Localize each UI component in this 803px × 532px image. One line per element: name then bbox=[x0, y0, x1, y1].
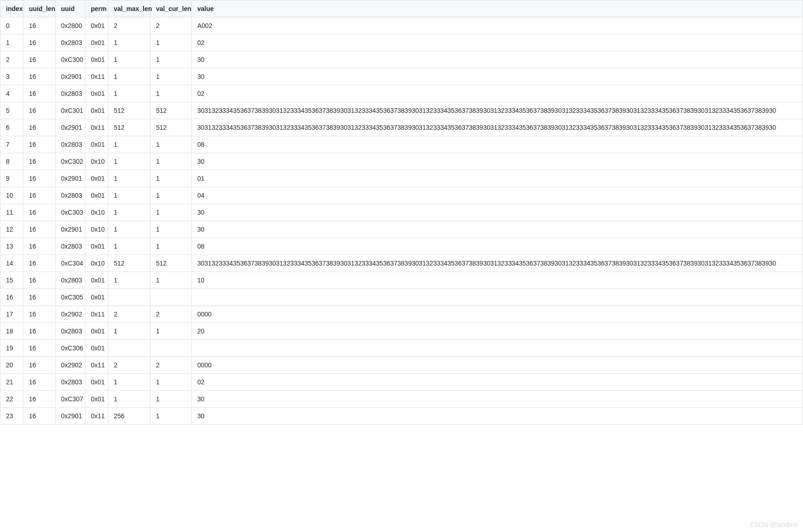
cell-val_max_len: 2 bbox=[108, 357, 151, 374]
cell-perm: 0x01 bbox=[85, 136, 108, 153]
column-header-perm[interactable]: perm bbox=[85, 0, 108, 17]
table-row[interactable]: 14160xC3040x1051251230313233343536373839… bbox=[0, 255, 803, 272]
cell-uuid: 0x2901 bbox=[56, 170, 85, 187]
cell-val_cur_len: 2 bbox=[151, 306, 192, 323]
table-container: indexuuid_lenuuidpermval_max_lenval_cur_… bbox=[0, 0, 803, 425]
cell-val_max_len bbox=[108, 340, 151, 357]
cell-value: 02 bbox=[192, 34, 803, 51]
cell-uuid_len: 16 bbox=[23, 221, 56, 238]
cell-val_max_len: 1 bbox=[108, 391, 151, 408]
cell-value: 30 bbox=[192, 68, 803, 85]
table-row[interactable]: 20160x29020x11220000 bbox=[0, 357, 803, 374]
cell-val_max_len: 1 bbox=[108, 272, 151, 289]
column-header-uuid[interactable]: uuid bbox=[56, 0, 85, 17]
cell-value: 30 bbox=[192, 51, 803, 68]
table-row[interactable]: 17160x29020x11220000 bbox=[0, 306, 803, 323]
cell-index: 8 bbox=[0, 153, 23, 170]
cell-index: 17 bbox=[0, 306, 23, 323]
cell-value: 30 bbox=[192, 204, 803, 221]
cell-val_cur_len bbox=[151, 340, 192, 357]
table-row[interactable]: 21160x28030x011102 bbox=[0, 374, 803, 391]
cell-uuid_len: 16 bbox=[23, 102, 56, 119]
table-row[interactable]: 5160xC3010x01512512303132333435363738393… bbox=[0, 102, 803, 119]
table-row[interactable]: 2160xC3000x011130 bbox=[0, 51, 803, 68]
cell-uuid: 0x2803 bbox=[56, 85, 85, 102]
table-row[interactable]: 12160x29010x101130 bbox=[0, 221, 803, 238]
cell-perm: 0x01 bbox=[85, 272, 108, 289]
cell-val_cur_len: 1 bbox=[151, 221, 192, 238]
cell-uuid: 0x2901 bbox=[56, 68, 85, 85]
table-row[interactable]: 8160xC3020x101130 bbox=[0, 153, 803, 170]
cell-index: 16 bbox=[0, 289, 23, 306]
table-row[interactable]: 7160x28030x011108 bbox=[0, 136, 803, 153]
cell-val_max_len: 1 bbox=[108, 136, 151, 153]
cell-value: A002 bbox=[192, 17, 803, 34]
cell-uuid: 0x2803 bbox=[56, 136, 85, 153]
table-row[interactable]: 10160x28030x011104 bbox=[0, 187, 803, 204]
cell-index: 2 bbox=[0, 51, 23, 68]
table-body: 0160x28000x0122A0021160x28030x0111022160… bbox=[0, 17, 803, 425]
table-row[interactable]: 11160xC3030x101130 bbox=[0, 204, 803, 221]
header-row: indexuuid_lenuuidpermval_max_lenval_cur_… bbox=[0, 0, 803, 17]
cell-value bbox=[192, 340, 803, 357]
cell-uuid: 0xC307 bbox=[56, 391, 85, 408]
column-header-value[interactable]: value bbox=[192, 0, 803, 17]
table-row[interactable]: 9160x29010x011101 bbox=[0, 170, 803, 187]
cell-uuid: 0xC303 bbox=[56, 204, 85, 221]
table-row[interactable]: 13160x28030x011108 bbox=[0, 238, 803, 255]
cell-val_max_len: 1 bbox=[108, 238, 151, 255]
cell-val_max_len: 2 bbox=[108, 17, 151, 34]
cell-value: 04 bbox=[192, 187, 803, 204]
cell-perm: 0x01 bbox=[85, 51, 108, 68]
cell-uuid: 0x2901 bbox=[56, 221, 85, 238]
cell-val_cur_len: 1 bbox=[151, 391, 192, 408]
cell-val_cur_len: 512 bbox=[151, 255, 192, 272]
cell-uuid: 0x2803 bbox=[56, 187, 85, 204]
cell-val_max_len bbox=[108, 289, 151, 306]
cell-value: 30 bbox=[192, 221, 803, 238]
cell-perm: 0x01 bbox=[85, 85, 108, 102]
cell-val_max_len: 1 bbox=[108, 170, 151, 187]
cell-index: 3 bbox=[0, 68, 23, 85]
cell-uuid: 0x2803 bbox=[56, 323, 85, 340]
cell-uuid_len: 16 bbox=[23, 170, 56, 187]
table-row[interactable]: 16160xC3050x01 bbox=[0, 289, 803, 306]
cell-uuid_len: 16 bbox=[23, 51, 56, 68]
cell-uuid_len: 16 bbox=[23, 408, 56, 425]
table-row[interactable]: 1160x28030x011102 bbox=[0, 34, 803, 51]
column-header-val_cur_len[interactable]: val_cur_len bbox=[151, 0, 192, 17]
cell-perm: 0x01 bbox=[85, 323, 108, 340]
column-header-uuid_len[interactable]: uuid_len bbox=[23, 0, 56, 17]
cell-uuid_len: 16 bbox=[23, 340, 56, 357]
cell-uuid_len: 16 bbox=[23, 204, 56, 221]
cell-value: 02 bbox=[192, 374, 803, 391]
cell-index: 13 bbox=[0, 238, 23, 255]
column-header-val_max_len[interactable]: val_max_len bbox=[108, 0, 151, 17]
table-row[interactable]: 3160x29010x111130 bbox=[0, 68, 803, 85]
table-row[interactable]: 19160xC3060x01 bbox=[0, 340, 803, 357]
cell-val_cur_len: 1 bbox=[151, 51, 192, 68]
table-row[interactable]: 6160x29010x11512512303132333435363738393… bbox=[0, 119, 803, 136]
cell-value: 02 bbox=[192, 85, 803, 102]
table-row[interactable]: 23160x29010x11256130 bbox=[0, 408, 803, 425]
cell-perm: 0x11 bbox=[85, 119, 108, 136]
cell-value: 08 bbox=[192, 238, 803, 255]
cell-perm: 0x10 bbox=[85, 221, 108, 238]
column-header-index[interactable]: index bbox=[0, 0, 23, 17]
cell-index: 15 bbox=[0, 272, 23, 289]
cell-index: 12 bbox=[0, 221, 23, 238]
cell-perm: 0x10 bbox=[85, 255, 108, 272]
cell-val_max_len: 1 bbox=[108, 68, 151, 85]
cell-uuid_len: 16 bbox=[23, 323, 56, 340]
cell-value: 3031323334353637383930313233343536373839… bbox=[192, 255, 803, 272]
cell-val_cur_len: 1 bbox=[151, 187, 192, 204]
cell-uuid: 0x2803 bbox=[56, 272, 85, 289]
table-row[interactable]: 18160x28030x011120 bbox=[0, 323, 803, 340]
table-row[interactable]: 22160xC3070x011130 bbox=[0, 391, 803, 408]
table-row[interactable]: 4160x28030x011102 bbox=[0, 85, 803, 102]
cell-uuid: 0x2901 bbox=[56, 119, 85, 136]
cell-perm: 0x01 bbox=[85, 170, 108, 187]
table-row[interactable]: 15160x28030x011110 bbox=[0, 272, 803, 289]
cell-uuid: 0x2800 bbox=[56, 17, 85, 34]
table-row[interactable]: 0160x28000x0122A002 bbox=[0, 17, 803, 34]
